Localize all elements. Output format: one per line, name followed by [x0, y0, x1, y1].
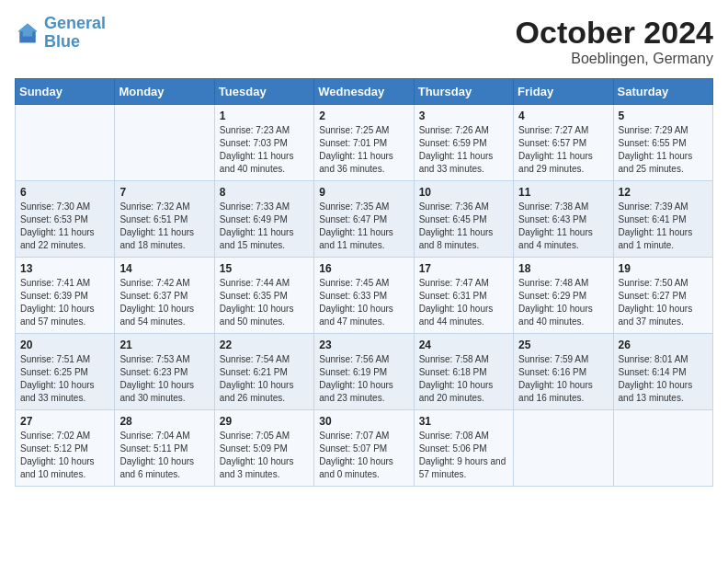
- day-detail: Sunrise: 7:32 AMSunset: 6:51 PMDaylight:…: [119, 201, 209, 252]
- calendar-cell: 26Sunrise: 8:01 AMSunset: 6:14 PMDayligh…: [613, 334, 712, 410]
- day-number: 30: [319, 415, 408, 428]
- day-detail: Sunrise: 7:59 AMSunset: 6:16 PMDaylight:…: [518, 353, 608, 405]
- day-detail: Sunrise: 7:26 AMSunset: 6:59 PMDaylight:…: [419, 124, 508, 176]
- day-detail: Sunrise: 7:23 AMSunset: 7:03 PMDaylight:…: [220, 124, 309, 176]
- title-block: October 2024 Boeblingen, Germany: [516, 15, 713, 67]
- day-number: 27: [20, 415, 109, 428]
- day-number: 8: [220, 186, 309, 199]
- day-number: 17: [419, 262, 508, 275]
- day-number: 14: [119, 262, 209, 275]
- day-number: 7: [119, 186, 209, 199]
- day-detail: Sunrise: 7:07 AMSunset: 5:07 PMDaylight:…: [319, 430, 408, 481]
- page-header: General Blue October 2024 Boeblingen, Ge…: [15, 15, 713, 67]
- day-number: 26: [619, 339, 708, 351]
- day-number: 13: [20, 262, 109, 275]
- calendar-week: 1Sunrise: 7:23 AMSunset: 7:03 PMDaylight…: [16, 105, 713, 181]
- day-detail: Sunrise: 7:08 AMSunset: 5:06 PMDaylight:…: [419, 430, 508, 481]
- calendar-cell: 7Sunrise: 7:32 AMSunset: 6:51 PMDaylight…: [115, 181, 214, 258]
- day-number: 24: [419, 339, 508, 351]
- calendar-cell: 19Sunrise: 7:50 AMSunset: 6:27 PMDayligh…: [613, 258, 712, 334]
- calendar-cell: 5Sunrise: 7:29 AMSunset: 6:55 PMDaylight…: [613, 105, 712, 181]
- day-detail: Sunrise: 7:53 AMSunset: 6:23 PMDaylight:…: [119, 353, 209, 405]
- day-number: 28: [119, 415, 209, 428]
- logo-icon: [15, 20, 40, 46]
- day-detail: Sunrise: 7:47 AMSunset: 6:31 PMDaylight:…: [419, 277, 508, 328]
- calendar-cell: [115, 105, 214, 181]
- day-detail: Sunrise: 7:30 AMSunset: 6:53 PMDaylight:…: [20, 201, 109, 252]
- day-number: 19: [619, 262, 708, 275]
- logo-text: General Blue: [44, 15, 106, 52]
- calendar-cell: [514, 410, 613, 487]
- header-day: Tuesday: [214, 79, 313, 105]
- day-detail: Sunrise: 7:54 AMSunset: 6:21 PMDaylight:…: [220, 353, 309, 405]
- day-detail: Sunrise: 7:33 AMSunset: 6:49 PMDaylight:…: [220, 201, 309, 252]
- day-number: 6: [20, 186, 109, 199]
- day-detail: Sunrise: 8:01 AMSunset: 6:14 PMDaylight:…: [619, 353, 708, 405]
- day-number: 16: [319, 262, 408, 275]
- calendar-cell: 14Sunrise: 7:42 AMSunset: 6:37 PMDayligh…: [115, 258, 214, 334]
- day-detail: Sunrise: 7:29 AMSunset: 6:55 PMDaylight:…: [619, 124, 708, 176]
- header-day: Thursday: [414, 79, 513, 105]
- day-number: 15: [220, 262, 309, 275]
- calendar-cell: 6Sunrise: 7:30 AMSunset: 6:53 PMDaylight…: [16, 181, 115, 258]
- day-number: 5: [619, 109, 708, 122]
- calendar-week: 27Sunrise: 7:02 AMSunset: 5:12 PMDayligh…: [16, 410, 713, 487]
- header-day: Monday: [115, 79, 214, 105]
- calendar-cell: 11Sunrise: 7:38 AMSunset: 6:43 PMDayligh…: [514, 181, 613, 258]
- day-detail: Sunrise: 7:58 AMSunset: 6:18 PMDaylight:…: [419, 353, 508, 405]
- calendar-cell: 1Sunrise: 7:23 AMSunset: 7:03 PMDaylight…: [214, 105, 313, 181]
- header-day: Wednesday: [314, 79, 414, 105]
- calendar-cell: 10Sunrise: 7:36 AMSunset: 6:45 PMDayligh…: [414, 181, 513, 258]
- calendar-table: SundayMondayTuesdayWednesdayThursdayFrid…: [15, 78, 713, 487]
- day-detail: Sunrise: 7:36 AMSunset: 6:45 PMDaylight:…: [419, 201, 508, 252]
- calendar-cell: 12Sunrise: 7:39 AMSunset: 6:41 PMDayligh…: [613, 181, 712, 258]
- calendar-cell: [16, 105, 115, 181]
- month-title: October 2024: [516, 15, 713, 51]
- day-number: 2: [319, 109, 408, 122]
- calendar-cell: 28Sunrise: 7:04 AMSunset: 5:11 PMDayligh…: [115, 410, 214, 487]
- calendar-cell: 16Sunrise: 7:45 AMSunset: 6:33 PMDayligh…: [314, 258, 414, 334]
- header-day: Sunday: [16, 79, 115, 105]
- day-detail: Sunrise: 7:02 AMSunset: 5:12 PMDaylight:…: [20, 430, 109, 481]
- calendar-cell: 24Sunrise: 7:58 AMSunset: 6:18 PMDayligh…: [414, 334, 513, 410]
- day-detail: Sunrise: 7:41 AMSunset: 6:39 PMDaylight:…: [20, 277, 109, 328]
- calendar-cell: [613, 410, 712, 487]
- day-detail: Sunrise: 7:05 AMSunset: 5:09 PMDaylight:…: [220, 430, 309, 481]
- logo: General Blue: [15, 15, 106, 52]
- calendar-cell: 23Sunrise: 7:56 AMSunset: 6:19 PMDayligh…: [314, 334, 414, 410]
- day-detail: Sunrise: 7:04 AMSunset: 5:11 PMDaylight:…: [119, 430, 209, 481]
- calendar-cell: 27Sunrise: 7:02 AMSunset: 5:12 PMDayligh…: [16, 410, 115, 487]
- day-number: 20: [20, 339, 109, 351]
- day-number: 4: [518, 109, 608, 122]
- day-detail: Sunrise: 7:25 AMSunset: 7:01 PMDaylight:…: [319, 124, 408, 176]
- header-row: SundayMondayTuesdayWednesdayThursdayFrid…: [16, 79, 713, 105]
- day-detail: Sunrise: 7:50 AMSunset: 6:27 PMDaylight:…: [619, 277, 708, 328]
- calendar-cell: 15Sunrise: 7:44 AMSunset: 6:35 PMDayligh…: [214, 258, 313, 334]
- day-number: 11: [518, 186, 608, 199]
- location: Boeblingen, Germany: [516, 51, 713, 67]
- calendar-week: 6Sunrise: 7:30 AMSunset: 6:53 PMDaylight…: [16, 181, 713, 258]
- day-number: 9: [319, 186, 408, 199]
- calendar-cell: 31Sunrise: 7:08 AMSunset: 5:06 PMDayligh…: [414, 410, 513, 487]
- day-number: 12: [619, 186, 708, 199]
- calendar-cell: 4Sunrise: 7:27 AMSunset: 6:57 PMDaylight…: [514, 105, 613, 181]
- day-number: 25: [518, 339, 608, 351]
- day-number: 10: [419, 186, 508, 199]
- day-detail: Sunrise: 7:51 AMSunset: 6:25 PMDaylight:…: [20, 353, 109, 405]
- day-detail: Sunrise: 7:38 AMSunset: 6:43 PMDaylight:…: [518, 201, 608, 252]
- day-detail: Sunrise: 7:45 AMSunset: 6:33 PMDaylight:…: [319, 277, 408, 328]
- day-number: 1: [220, 109, 309, 122]
- calendar-cell: 2Sunrise: 7:25 AMSunset: 7:01 PMDaylight…: [314, 105, 414, 181]
- day-number: 18: [518, 262, 608, 275]
- day-detail: Sunrise: 7:56 AMSunset: 6:19 PMDaylight:…: [319, 353, 408, 405]
- day-number: 22: [220, 339, 309, 351]
- calendar-cell: 21Sunrise: 7:53 AMSunset: 6:23 PMDayligh…: [115, 334, 214, 410]
- calendar-week: 13Sunrise: 7:41 AMSunset: 6:39 PMDayligh…: [16, 258, 713, 334]
- day-number: 31: [419, 415, 508, 428]
- day-detail: Sunrise: 7:35 AMSunset: 6:47 PMDaylight:…: [319, 201, 408, 252]
- calendar-cell: 22Sunrise: 7:54 AMSunset: 6:21 PMDayligh…: [214, 334, 313, 410]
- calendar-cell: 20Sunrise: 7:51 AMSunset: 6:25 PMDayligh…: [16, 334, 115, 410]
- calendar-cell: 18Sunrise: 7:48 AMSunset: 6:29 PMDayligh…: [514, 258, 613, 334]
- calendar-week: 20Sunrise: 7:51 AMSunset: 6:25 PMDayligh…: [16, 334, 713, 410]
- calendar-cell: 8Sunrise: 7:33 AMSunset: 6:49 PMDaylight…: [214, 181, 313, 258]
